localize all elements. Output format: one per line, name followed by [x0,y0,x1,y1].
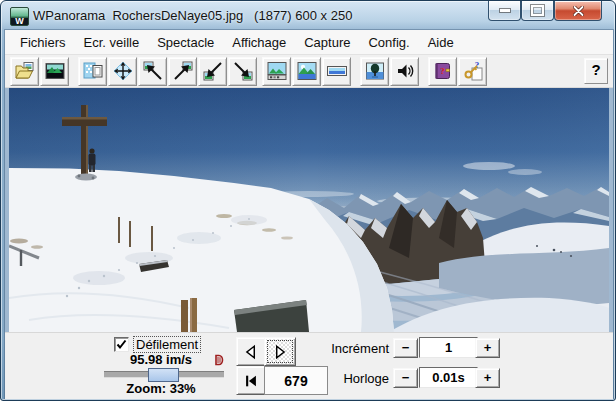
sound-icon [394,60,416,82]
zoom-slider[interactable] [104,368,224,380]
increment-minus-button[interactable]: − [393,338,418,358]
scroll-up-right-icon [172,60,194,82]
scroll-right-button[interactable] [264,337,296,366]
help-book-button[interactable]: ? [428,57,457,86]
close-button[interactable] [554,1,602,21]
menu-ecr-veille[interactable]: Ecr. veille [75,32,149,53]
maximize-button[interactable] [521,1,554,21]
minimize-button[interactable] [488,1,521,21]
app-window: W WPanorama RochersDeNaye05.jpg (1877) 6… [0,0,616,401]
app-logo-icon[interactable]: W [10,7,29,26]
landscape-view-button[interactable] [292,57,321,86]
clock-minus-button[interactable]: − [393,368,418,388]
left-triangle-icon [242,343,260,361]
clock-value[interactable]: 0.01s [419,367,478,388]
copy-image-button[interactable] [78,57,107,86]
minimize-icon [500,9,510,12]
help-book-icon: ? [432,60,454,82]
close-icon [573,6,584,16]
scroll-left-button[interactable] [236,337,266,366]
increment-plus-button[interactable]: + [475,338,500,358]
control-panel: Défilement 95.98 im/s Zoom: 33% [5,332,613,399]
right-triangle-icon [271,343,289,361]
menu-config[interactable]: Config. [359,32,418,53]
pan-center-icon [112,60,134,82]
defilement-label: Défilement [134,337,200,352]
slideshow-settings-icon [266,60,288,82]
zoom-readout: Zoom: 33% [109,381,213,396]
menubar: Fichiers Ecr. veille Spectacle Affichage… [5,30,613,55]
landscape-view-icon [296,60,318,82]
window-title: WPanorama RochersDeNaye05.jpg (1877) 600… [33,8,352,23]
menu-spectacle[interactable]: Spectacle [148,32,223,53]
zoom-slider-thumb[interactable] [148,368,179,382]
panorama-strip-icon [326,60,348,82]
caption-buttons [488,1,602,21]
client-area: Fichiers Ecr. veille Spectacle Affichage… [5,30,613,398]
skip-to-start-icon [242,372,260,390]
go-to-start-button[interactable] [236,366,266,395]
scroll-up-right-button[interactable] [168,57,197,86]
menu-aide[interactable]: Aide [419,32,463,53]
menu-fichiers[interactable]: Fichiers [11,32,75,53]
scroll-down-right-button[interactable] [228,57,257,86]
scroll-down-left-icon [202,60,224,82]
menu-affichage[interactable]: Affichage [223,32,295,53]
panorama-viewport[interactable] [5,88,613,332]
clock-label: Horloge [313,371,389,386]
defilement-checkbox[interactable] [114,337,129,352]
slideshow-settings-button[interactable] [262,57,291,86]
image-properties-button[interactable] [40,57,69,86]
maximize-icon [531,5,544,16]
scene-tree-button[interactable] [360,57,389,86]
scroll-down-left-button[interactable] [198,57,227,86]
scroll-up-left-icon [142,60,164,82]
speed-readout: 95.98 im/s [109,352,213,367]
framerate-indicator-icon [214,354,224,369]
open-image-icon [14,60,36,82]
titlebar[interactable]: W WPanorama RochersDeNaye05.jpg (1877) 6… [1,1,615,30]
sound-button[interactable] [390,57,419,86]
license-key-icon: ? [462,60,484,82]
svg-text:?: ? [440,66,445,76]
increment-label: Incrément [313,341,389,356]
panorama-strip-button[interactable] [322,57,351,86]
scroll-down-right-icon [232,60,254,82]
pan-center-button[interactable] [108,57,137,86]
image-properties-icon [44,60,66,82]
menu-capture[interactable]: Capture [295,32,359,53]
clock-plus-button[interactable]: + [475,368,500,388]
context-help-button[interactable]: ? [584,58,608,84]
checkmark-icon [116,339,127,350]
scene-tree-icon [364,60,386,82]
increment-value[interactable]: 1 [419,337,478,358]
panorama-image [9,88,609,332]
toolbar: ? ? ? [5,55,613,88]
copy-image-icon [82,60,104,82]
open-image-button[interactable] [10,57,39,86]
license-key-button[interactable]: ? [458,57,487,86]
scroll-up-left-button[interactable] [138,57,167,86]
